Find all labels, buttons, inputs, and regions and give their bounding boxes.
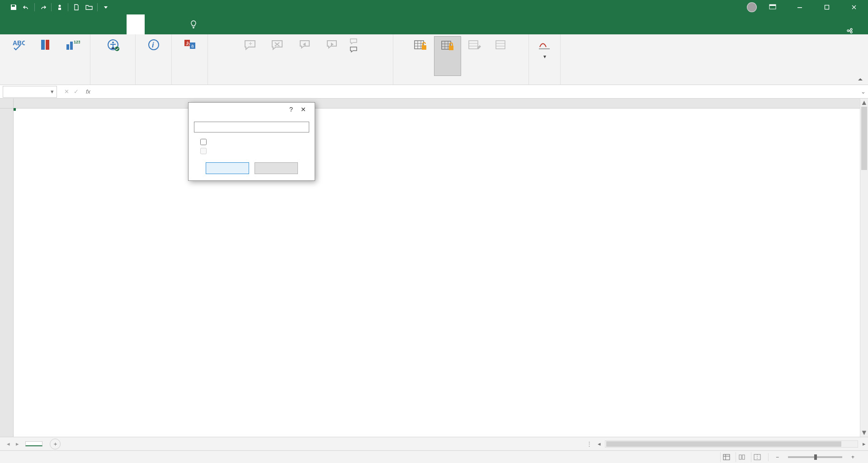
previous-comment-button[interactable]	[291, 36, 318, 76]
structure-checkbox[interactable]	[200, 139, 207, 145]
touch-mode-icon[interactable]	[54, 2, 65, 13]
spreadsheet-grid: ▲ ▼	[0, 99, 868, 437]
new-comment-button[interactable]: +	[236, 36, 264, 76]
svg-point-12	[112, 42, 114, 43]
check-accessibility-button[interactable]	[99, 36, 127, 76]
dialog-close-icon[interactable]: ✕	[297, 106, 310, 113]
name-box-dropdown-icon[interactable]: ▾	[51, 88, 54, 95]
svg-rect-29	[742, 455, 745, 459]
unprotect-sheet-icon	[413, 37, 428, 52]
tab-home[interactable]	[18, 14, 36, 34]
expand-formula-bar-icon[interactable]: ⌄	[858, 88, 868, 95]
smart-lookup-icon: i	[146, 37, 161, 52]
smart-lookup-button[interactable]: i	[140, 36, 167, 76]
horizontal-scrollbar[interactable]: ⋮ ◂ ▸	[584, 437, 868, 450]
scroll-up-icon[interactable]: ▲	[860, 99, 868, 107]
tab-page-layout[interactable]	[72, 14, 90, 34]
new-file-icon[interactable]	[71, 2, 82, 13]
lightbulb-icon	[190, 20, 197, 29]
unshare-workbook-button[interactable]	[488, 36, 515, 76]
fx-icon[interactable]: fx	[86, 88, 95, 95]
zoom-slider[interactable]	[788, 456, 842, 458]
translate-button[interactable]: あa	[176, 36, 203, 76]
page-layout-view-icon[interactable]	[736, 452, 748, 462]
structure-checkbox-row[interactable]	[200, 139, 309, 145]
tab-view[interactable]	[145, 14, 163, 34]
next-comment-button[interactable]	[318, 36, 345, 76]
allow-edit-icon	[467, 37, 482, 52]
password-input[interactable]	[194, 122, 309, 132]
tab-data[interactable]	[108, 14, 127, 34]
unprotect-sheet-button[interactable]	[407, 36, 434, 76]
share-button[interactable]	[835, 27, 868, 34]
tab-draw[interactable]	[54, 14, 72, 34]
active-cell-outline	[14, 109, 15, 110]
vscroll-thumb[interactable]	[861, 107, 867, 170]
maximize-icon[interactable]	[816, 0, 838, 14]
ok-button[interactable]	[206, 162, 249, 174]
sheet-tab-sheet1[interactable]	[25, 441, 42, 446]
zoom-in-button[interactable]: +	[849, 454, 857, 460]
undo-icon[interactable]	[21, 2, 32, 13]
ribbon-tabs	[0, 14, 868, 34]
enter-formula-icon[interactable]: ✓	[74, 88, 79, 95]
ribbon: ABC 123 i	[0, 34, 868, 85]
workbook-stats-icon: 123	[65, 37, 80, 52]
tell-me-search[interactable]	[181, 14, 211, 34]
tab-review[interactable]	[127, 14, 145, 34]
scroll-right-icon[interactable]: ▸	[860, 440, 868, 447]
windows-checkbox-row[interactable]	[200, 148, 309, 154]
hide-ink-icon	[537, 37, 552, 52]
tab-formulas[interactable]	[90, 14, 108, 34]
svg-rect-7	[46, 40, 49, 50]
vertical-scrollbar[interactable]: ▲ ▼	[860, 99, 868, 437]
zoom-out-button[interactable]: −	[773, 454, 782, 460]
user-avatar[interactable]	[747, 2, 757, 12]
sheet-nav-first-icon[interactable]: ◂	[4, 440, 13, 447]
cancel-formula-icon[interactable]: ✕	[64, 88, 69, 95]
close-icon[interactable]	[843, 0, 865, 14]
spelling-button[interactable]: ABC	[5, 36, 32, 76]
dialog-help-icon[interactable]: ?	[286, 106, 297, 113]
ribbon-display-options-icon[interactable]	[761, 0, 784, 14]
collapse-ribbon-icon[interactable]	[857, 76, 863, 83]
open-folder-icon[interactable]	[84, 2, 94, 13]
new-sheet-button[interactable]: ＋	[50, 439, 61, 449]
allow-edit-ranges-button[interactable]	[461, 36, 488, 76]
hide-ink-button[interactable]: ▾	[531, 36, 558, 76]
cancel-button[interactable]	[255, 162, 298, 174]
name-box[interactable]: ▾	[3, 86, 57, 98]
svg-rect-22	[422, 45, 426, 50]
normal-view-icon[interactable]	[720, 452, 733, 462]
tab-help[interactable]	[163, 14, 181, 34]
page-break-view-icon[interactable]	[751, 452, 764, 462]
dialog-titlebar[interactable]: ? ✕	[189, 103, 315, 116]
protect-workbook-icon	[440, 38, 455, 53]
unshare-icon	[494, 37, 509, 52]
redo-icon[interactable]	[38, 2, 48, 13]
quick-access-toolbar	[0, 2, 111, 13]
workbook-statistics-button[interactable]: 123	[59, 36, 86, 76]
new-comment-icon: +	[242, 37, 258, 52]
formula-input[interactable]	[95, 86, 858, 98]
thesaurus-button[interactable]	[32, 36, 59, 76]
tab-file[interactable]	[0, 14, 18, 34]
protect-workbook-button[interactable]	[434, 36, 461, 76]
save-icon[interactable]	[8, 2, 19, 13]
tab-insert[interactable]	[36, 14, 54, 34]
sheet-nav-last-icon[interactable]: ▸	[13, 440, 22, 447]
title-bar	[0, 0, 868, 14]
show-hide-comment-button[interactable]	[349, 38, 360, 44]
hscroll-thumb[interactable]	[606, 441, 841, 447]
select-all-corner[interactable]	[0, 99, 13, 109]
delete-comment-button[interactable]	[264, 36, 291, 76]
svg-text:123: 123	[74, 40, 80, 44]
hscroll-splitter-icon[interactable]: ⋮	[584, 440, 595, 447]
scroll-left-icon[interactable]: ◂	[595, 440, 603, 447]
svg-rect-2	[769, 5, 776, 6]
qat-customize-icon[interactable]	[100, 2, 111, 13]
svg-rect-8	[66, 44, 69, 50]
show-all-comments-button[interactable]	[349, 46, 360, 52]
minimize-icon[interactable]	[788, 0, 811, 14]
scroll-down-icon[interactable]: ▼	[860, 429, 868, 437]
